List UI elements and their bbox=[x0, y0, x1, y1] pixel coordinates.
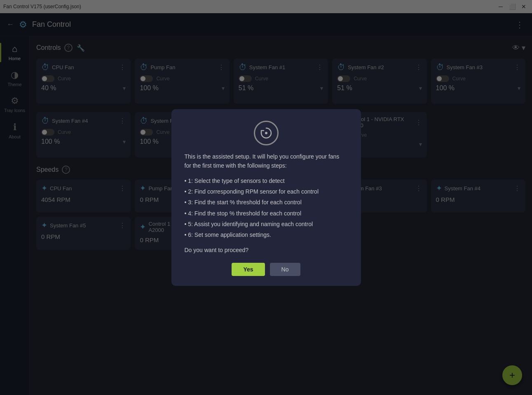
dialog-icon-area bbox=[185, 121, 348, 145]
dialog-steps-list: • 1: Select the type of sensors to detec… bbox=[185, 176, 348, 240]
setup-dialog: This is the assisted setup. It will help… bbox=[171, 109, 361, 286]
dialog-yes-button[interactable]: Yes bbox=[232, 263, 265, 276]
modal-overlay: This is the assisted setup. It will help… bbox=[0, 0, 532, 395]
dialog-step-2: • 2: Find corresponding RPM sensor for e… bbox=[185, 187, 348, 196]
setup-svg-icon bbox=[260, 126, 273, 140]
setup-icon bbox=[254, 121, 279, 145]
dialog-step-3: • 3: Find the start % threshold for each… bbox=[185, 198, 348, 207]
dialog-question-text: Do you want to proceed? bbox=[185, 245, 348, 255]
svg-point-0 bbox=[265, 132, 267, 134]
dialog-step-6: • 6: Set some application settings. bbox=[185, 230, 348, 239]
dialog-step-1: • 1: Select the type of sensors to detec… bbox=[185, 176, 348, 185]
dialog-step-4: • 4: Find the stop % threshold for each … bbox=[185, 209, 348, 218]
dialog-step-5: • 5: Assist you identifying and naming e… bbox=[185, 220, 348, 229]
dialog-intro-text: This is the assisted setup. It will help… bbox=[185, 152, 348, 171]
dialog-no-button[interactable]: No bbox=[270, 263, 300, 276]
dialog-body: This is the assisted setup. It will help… bbox=[185, 152, 348, 255]
dialog-buttons: Yes No bbox=[185, 263, 348, 276]
